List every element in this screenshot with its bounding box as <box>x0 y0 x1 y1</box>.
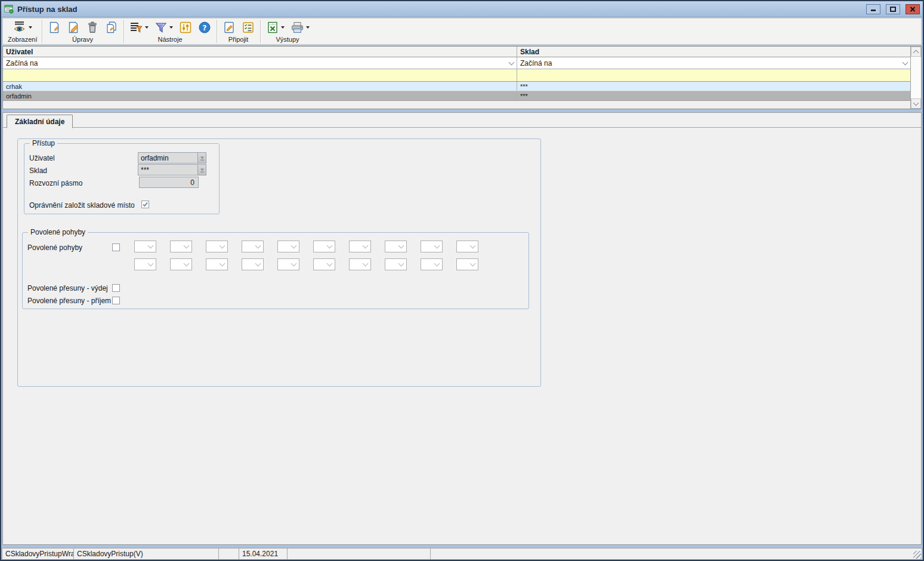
uzivatel-label: Uživatel <box>29 154 55 162</box>
sklad-value: *** <box>138 164 198 175</box>
pohyb-select[interactable] <box>242 258 264 270</box>
scroll-down-button[interactable] <box>911 98 921 109</box>
toolbar-group-upravy: Úpravy <box>43 19 123 44</box>
groupbox-title: Přístup <box>30 139 57 147</box>
toolbar-separator <box>260 20 261 43</box>
rozvozni-pasmo-field[interactable]: 0 <box>139 177 199 188</box>
pohyb-select[interactable] <box>313 241 335 252</box>
opravneni-checkbox[interactable] <box>141 201 149 208</box>
filter-input-sklad[interactable] <box>517 69 910 81</box>
chevron-down-icon <box>398 243 404 249</box>
status-cell-empty <box>219 548 239 559</box>
pohyb-select[interactable] <box>456 241 478 252</box>
close-button[interactable] <box>906 4 920 14</box>
export-excel-button[interactable] <box>265 20 286 35</box>
column-header-uzivatel[interactable]: Uživatel <box>3 47 517 57</box>
new-record-button[interactable] <box>47 20 62 35</box>
pohyb-select[interactable] <box>277 241 299 252</box>
actions-menu-button[interactable] <box>128 20 150 35</box>
pohyb-select[interactable] <box>277 258 299 270</box>
pohyb-select[interactable] <box>313 258 335 270</box>
page-title: Přístup na sklad <box>17 5 861 14</box>
app-window: Přístup na sklad <box>0 0 924 561</box>
printer-icon <box>291 21 304 34</box>
pohyb-select[interactable] <box>206 241 228 252</box>
minimize-button[interactable] <box>866 4 880 14</box>
chevron-down-icon <box>169 26 173 29</box>
check-icon <box>142 201 149 208</box>
help-button[interactable]: ? <box>197 20 212 35</box>
print-button[interactable] <box>289 20 311 35</box>
copy-icon <box>105 21 118 34</box>
status-cell-class: CSkladovyPristup(V) <box>74 548 219 559</box>
presuny-prijem-checkbox[interactable] <box>112 297 120 304</box>
chevron-down-icon <box>148 261 154 267</box>
chevron-down-icon <box>220 261 225 267</box>
pohyb-select[interactable] <box>134 241 156 252</box>
filter-dropdown-sklad[interactable]: Začíná na <box>517 57 910 69</box>
delete-record-button[interactable] <box>85 20 100 35</box>
settings-button[interactable] <box>178 20 193 35</box>
pohyb-select[interactable] <box>170 241 192 252</box>
cell-sklad: *** <box>517 82 910 91</box>
pohyb-select[interactable] <box>385 258 407 270</box>
toolbar-group-label: Výstupy <box>265 35 311 43</box>
presuny-vydej-checkbox[interactable] <box>112 284 120 292</box>
chevron-down-icon <box>281 26 285 29</box>
chevron-down-icon <box>470 261 476 267</box>
pohyb-select[interactable] <box>385 241 407 252</box>
lookup-button[interactable] <box>198 152 206 164</box>
picker-down-icon <box>199 155 205 161</box>
pohyb-select[interactable] <box>349 258 371 270</box>
filter-dropdown-uzivatel[interactable]: Začíná na <box>3 57 517 69</box>
grid-header-row: Uživatel Sklad <box>3 47 921 57</box>
maximize-icon <box>890 7 896 12</box>
pohyb-select[interactable] <box>134 258 156 270</box>
filter-input-uzivatel[interactable] <box>3 69 517 81</box>
copy-record-button[interactable] <box>104 20 119 35</box>
action-list-icon <box>129 21 143 34</box>
tab-zakladni-udaje[interactable]: Základní údaje <box>7 115 73 128</box>
uzivatel-combo[interactable]: orfadmin <box>138 152 206 164</box>
povolene-pohyby-label: Povolené pohyby <box>27 243 82 252</box>
sklad-combo[interactable]: *** <box>138 164 206 175</box>
pohyb-select[interactable] <box>456 258 478 270</box>
form-panel: Přístup Uživatel orfadmin Sklad *** <box>17 138 541 387</box>
pohyb-select[interactable] <box>421 258 443 270</box>
cell-uzivatel: crhak <box>3 82 517 91</box>
pohyby-select-row-1 <box>134 241 478 252</box>
view-menu-button[interactable] <box>11 20 33 34</box>
povolene-pohyby-checkbox[interactable] <box>112 243 120 251</box>
chevron-down-icon <box>327 243 333 249</box>
pohyb-select[interactable] <box>206 258 228 270</box>
pohyb-select[interactable] <box>170 258 192 270</box>
chevron-down-icon <box>148 243 154 249</box>
scroll-up-button[interactable] <box>911 47 921 57</box>
connect-edit-button[interactable] <box>221 20 237 35</box>
pohyb-select[interactable] <box>421 241 443 252</box>
toolbar-separator <box>123 20 124 43</box>
chevron-down-icon <box>184 243 190 249</box>
column-header-sklad[interactable]: Sklad <box>517 47 910 57</box>
table-row[interactable]: crhak *** <box>3 82 921 91</box>
chevron-down-icon <box>434 261 440 267</box>
edit-record-button[interactable] <box>66 20 81 35</box>
filter-menu-button[interactable] <box>153 20 174 35</box>
connect-list-button[interactable] <box>240 20 256 35</box>
grid-empty-area <box>3 101 921 109</box>
results-grid: Uživatel Sklad Začíná na Začíná na crhak… <box>2 46 922 109</box>
chevron-down-icon <box>398 261 404 267</box>
maximize-button[interactable] <box>886 4 900 14</box>
status-cell-wrapper-class: CSkladovyPristupWrapp <box>2 548 74 559</box>
toolbar-group-label: Úpravy <box>47 35 119 43</box>
resize-grip[interactable] <box>913 551 921 559</box>
tab-content: Přístup Uživatel orfadmin Sklad *** <box>3 128 921 544</box>
pohyb-select[interactable] <box>349 241 371 252</box>
pohyb-select[interactable] <box>242 241 264 252</box>
grid-scrollbar[interactable] <box>910 47 921 109</box>
toolbar-separator <box>42 20 42 43</box>
title-bar: Přístup na sklad <box>1 1 923 17</box>
table-row-selected[interactable]: orfadmin *** <box>3 91 921 101</box>
lookup-button[interactable] <box>198 164 206 175</box>
edit-document-icon <box>67 21 80 34</box>
